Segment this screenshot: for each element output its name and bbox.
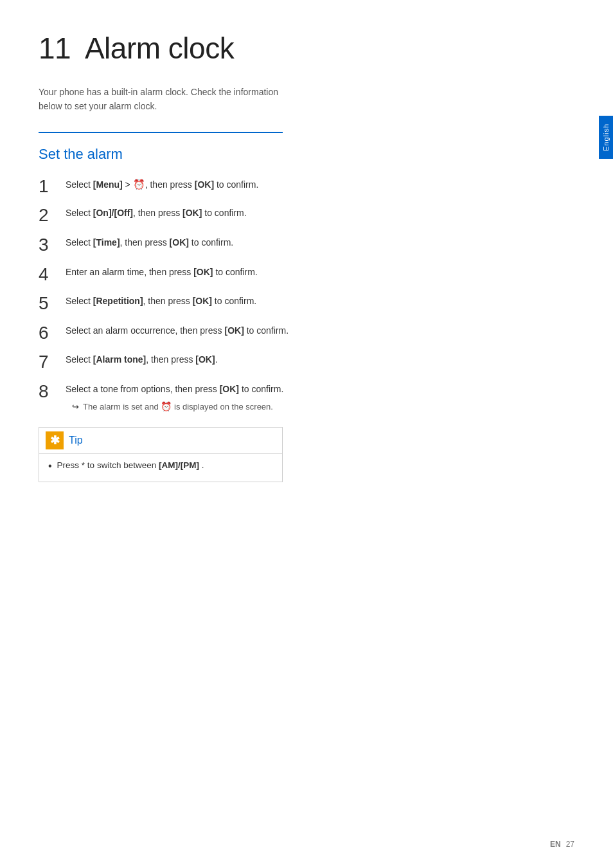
result-text: The alarm is set and ⏰ is displayed on t…	[83, 400, 273, 413]
step-1: 1 Select [Menu] > ⏰, then press [OK] to …	[39, 177, 308, 197]
bullet-icon: •	[48, 458, 52, 474]
step-number-5: 5	[39, 293, 66, 314]
tip-text: Press * to switch between [AM]/[PM] .	[57, 459, 204, 472]
step-content-1: Select [Menu] > ⏰, then press [OK] to co…	[66, 177, 308, 192]
tip-bullet: • Press * to switch between [AM]/[PM] .	[48, 459, 273, 474]
step-content-7: Select [Alarm tone], then press [OK].	[66, 352, 308, 366]
step-number-4: 4	[39, 264, 66, 285]
step-8: 8 Select a tone from options, then press…	[39, 382, 308, 414]
step-number-2: 2	[39, 204, 66, 226]
chapter-number: 11	[39, 32, 71, 65]
result-arrow-icon: ↪	[72, 401, 79, 414]
step-2: 2 Select [On]/[Off], then press [OK] to …	[39, 206, 308, 226]
chapter-title: 11 Alarm clock	[39, 31, 540, 66]
step-number-1: 1	[39, 176, 66, 197]
intro-text: Your phone has a built-in alarm clock. C…	[39, 85, 283, 114]
footer-language: EN	[550, 840, 561, 849]
sidebar-language-label: English	[602, 123, 610, 151]
tip-content: • Press * to switch between [AM]/[PM] .	[39, 453, 282, 482]
step-7: 7 Select [Alarm tone], then press [OK].	[39, 352, 308, 373]
section-divider	[39, 132, 283, 133]
step-6: 6 Select an alarm occurrence, then press…	[39, 323, 308, 344]
sidebar-tab: English	[599, 116, 613, 159]
step-content-6: Select an alarm occurrence, then press […	[66, 323, 308, 338]
tip-icon: ✱	[46, 431, 64, 449]
step-3: 3 Select [Time], then press [OK] to conf…	[39, 235, 308, 256]
step-4: 4 Enter an alarm time, then press [OK] t…	[39, 265, 308, 285]
step-content-2: Select [On]/[Off], then press [OK] to co…	[66, 206, 308, 220]
footer-page-number: 27	[566, 840, 574, 849]
page-container: 11 Alarm clock Your phone has a built-in…	[0, 0, 578, 521]
section-title: Set the alarm	[39, 146, 540, 163]
page-footer: EN 27	[550, 840, 574, 849]
step-number-6: 6	[39, 322, 66, 344]
step-content-4: Enter an alarm time, then press [OK] to …	[66, 265, 308, 279]
step-5: 5 Select [Repetition], then press [OK] t…	[39, 294, 308, 314]
step-content-3: Select [Time], then press [OK] to confir…	[66, 235, 308, 249]
step-number-7: 7	[39, 351, 66, 373]
tip-star-icon: ✱	[50, 433, 60, 448]
tip-label: Tip	[69, 435, 83, 446]
step-number-3: 3	[39, 234, 66, 256]
step-8-result: ↪ The alarm is set and ⏰ is displayed on…	[66, 400, 308, 414]
chapter-name: Alarm clock	[85, 32, 234, 65]
step-content-5: Select [Repetition], then press [OK] to …	[66, 294, 308, 308]
step-number-8: 8	[39, 381, 66, 402]
step-content-8: Select a tone from options, then press […	[66, 382, 308, 414]
steps-list: 1 Select [Menu] > ⏰, then press [OK] to …	[39, 177, 308, 414]
tip-header: ✱ Tip	[39, 428, 282, 453]
tip-box: ✱ Tip • Press * to switch between [AM]/[…	[39, 427, 283, 482]
